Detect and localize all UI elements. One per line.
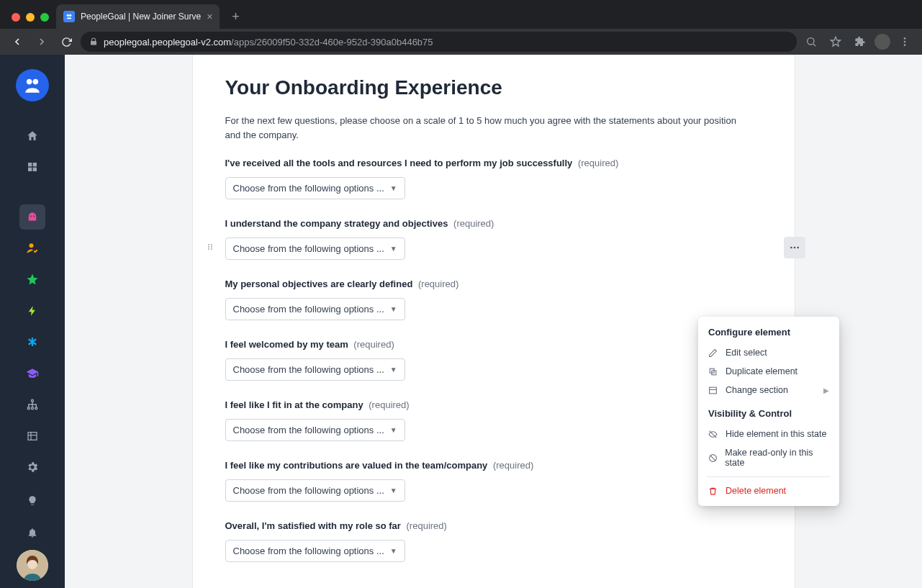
question-label: I understand the company strategy and ob… (225, 218, 762, 229)
lock-icon (89, 37, 98, 46)
tab-close-icon[interactable]: × (207, 12, 212, 22)
svg-point-0 (67, 14, 69, 17)
pencil-icon (708, 348, 718, 358)
select-placeholder: Choose from the following options ... (233, 425, 384, 435)
tab-title: PeopleGoal | New Joiner Surve (81, 12, 201, 22)
section-icon (708, 386, 718, 395)
answer-select[interactable]: Choose from the following options ... ▼ (225, 540, 405, 562)
window-controls (7, 13, 56, 29)
profile-avatar-icon[interactable] (874, 34, 890, 50)
select-placeholder: Choose from the following options ... (233, 304, 384, 315)
address-bar[interactable]: peoplegoal.peoplegoal-v2.com/apps/26009f… (81, 32, 797, 52)
svg-point-1 (69, 14, 71, 17)
sidebar-ghost-icon[interactable] (19, 204, 45, 230)
menu-section-title: Configure element (698, 325, 839, 343)
menu-read-only[interactable]: Make read-only in this state (698, 443, 839, 472)
sidebar-lightbulb-icon[interactable] (19, 489, 45, 514)
question-1: I've received all the tools and resource… (225, 158, 762, 199)
svg-rect-19 (28, 432, 37, 440)
question-label: I feel like my contributions are valued … (225, 460, 762, 471)
question-6: I feel like my contributions are valued … (225, 460, 762, 502)
sidebar-star-icon[interactable] (19, 267, 45, 292)
sidebar-table-icon[interactable] (19, 423, 45, 448)
answer-select[interactable]: Choose from the following options ... ▼ (225, 479, 405, 502)
svg-point-22 (793, 247, 795, 249)
new-tab-button[interactable]: + (225, 6, 245, 27)
svg-point-5 (904, 44, 906, 46)
select-placeholder: Choose from the following options ... (233, 546, 384, 556)
browser-chrome: PeopleGoal | New Joiner Surve × + people… (0, 0, 922, 55)
context-menu: Configure element Edit select Duplicate … (698, 317, 839, 506)
user-avatar[interactable] (17, 550, 48, 581)
chevron-down-icon: ▼ (390, 184, 397, 192)
answer-select[interactable]: Choose from the following options ... ▼ (225, 177, 405, 199)
menu-hide-element[interactable]: Hide element in this state (698, 425, 839, 443)
forward-button[interactable] (32, 32, 52, 52)
answer-select[interactable]: Choose from the following options ... ▼ (225, 419, 405, 441)
select-placeholder: Choose from the following options ... (233, 183, 384, 194)
sidebar-asterisk-icon[interactable] (19, 330, 45, 355)
svg-rect-9 (33, 163, 37, 166)
select-placeholder: Choose from the following options ... (233, 364, 384, 375)
menu-edit-select[interactable]: Edit select (698, 343, 839, 362)
sidebar-org-icon[interactable] (19, 392, 45, 417)
close-window[interactable] (12, 13, 20, 22)
element-more-button[interactable] (784, 237, 805, 258)
question-7: Overall, I'm satisfied with my role so f… (225, 520, 762, 562)
browser-toolbar: peoplegoal.peoplegoal-v2.com/apps/26009f… (0, 29, 922, 55)
question-label: I feel like I fit in at the company (req… (225, 399, 762, 410)
sidebar-apps-icon[interactable] (19, 155, 45, 180)
question-5: I feel like I fit in at the company (req… (225, 399, 762, 441)
svg-rect-8 (28, 163, 32, 166)
chevron-down-icon: ▼ (390, 547, 397, 555)
menu-delete-element[interactable]: Delete element (698, 481, 839, 500)
svg-point-14 (30, 243, 34, 248)
svg-rect-26 (710, 387, 717, 394)
trash-icon (708, 487, 718, 496)
answer-select[interactable]: Choose from the following options ... ▼ (225, 238, 405, 260)
question-label: My personal objectives are clearly defin… (225, 279, 762, 289)
drag-handle-icon[interactable] (208, 244, 212, 250)
svg-point-13 (33, 215, 35, 217)
app-logo[interactable] (16, 69, 49, 101)
sidebar-graduation-icon[interactable] (19, 361, 45, 386)
extensions-icon[interactable] (850, 32, 870, 52)
question-label: Overall, I'm satisfied with my role so f… (225, 520, 762, 531)
svg-point-23 (797, 247, 799, 249)
svg-rect-10 (28, 168, 32, 171)
back-button[interactable] (7, 32, 27, 52)
menu-duplicate[interactable]: Duplicate element (698, 362, 839, 381)
select-placeholder: Choose from the following options ... (233, 485, 384, 496)
browser-tab[interactable]: PeopleGoal | New Joiner Surve × (56, 4, 220, 29)
sidebar-home-icon[interactable] (19, 123, 45, 148)
browser-menu-icon[interactable] (895, 32, 915, 52)
bookmark-icon[interactable] (826, 32, 846, 52)
menu-change-section[interactable]: Change section ▶ (698, 381, 839, 399)
svg-point-2 (808, 38, 814, 45)
eye-off-icon (708, 430, 718, 439)
zoom-icon[interactable] (801, 32, 821, 52)
sidebar-bell-icon[interactable] (19, 520, 45, 545)
answer-select[interactable]: Choose from the following options ... ▼ (225, 298, 405, 320)
question-4: I feel welcomed by my team (required) Ch… (225, 339, 762, 381)
question-2: I understand the company strategy and ob… (225, 218, 762, 260)
svg-point-7 (33, 78, 39, 84)
sidebar-person-check-icon[interactable] (19, 235, 45, 261)
answer-select[interactable]: Choose from the following options ... ▼ (225, 358, 405, 381)
reload-button[interactable] (56, 32, 76, 52)
svg-point-16 (27, 407, 30, 410)
chevron-down-icon: ▼ (390, 426, 397, 434)
svg-point-6 (27, 78, 32, 84)
svg-point-15 (32, 399, 34, 402)
chevron-down-icon: ▼ (390, 245, 397, 253)
select-placeholder: Choose from the following options ... (233, 243, 384, 254)
minimize-window[interactable] (26, 13, 35, 22)
chevron-down-icon: ▼ (390, 305, 397, 313)
maximize-window[interactable] (40, 13, 49, 22)
sidebar-settings-icon[interactable] (19, 454, 45, 479)
svg-point-12 (30, 215, 32, 217)
sidebar-bolt-icon[interactable] (19, 298, 45, 323)
sidebar (0, 55, 65, 588)
menu-section-title-2: Visibility & Control (698, 399, 839, 425)
svg-rect-11 (33, 168, 37, 171)
